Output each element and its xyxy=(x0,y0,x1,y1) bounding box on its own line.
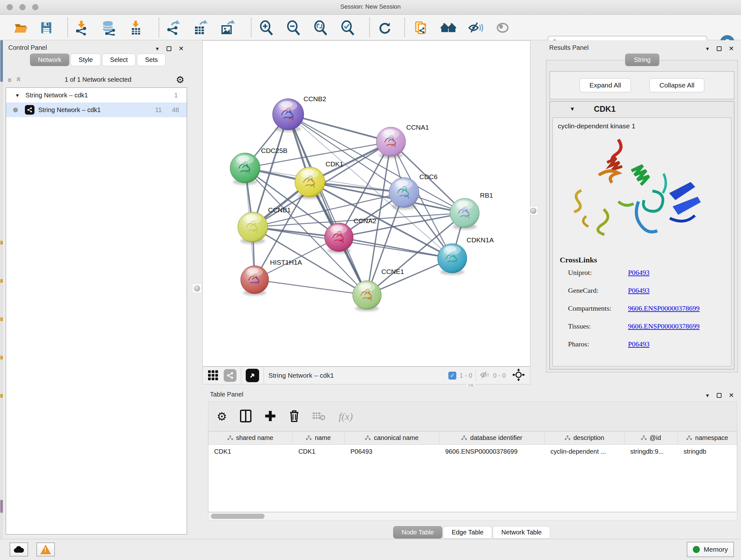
panel-float-icon[interactable]: ▼ xyxy=(155,46,159,51)
edge-CCNA2-CDKN1A[interactable] xyxy=(339,237,452,258)
export-table-icon[interactable] xyxy=(192,19,209,37)
crosslink-uniprot[interactable]: P06493 xyxy=(628,268,650,277)
collapse-all-button[interactable]: Collapse All xyxy=(650,78,704,92)
titlebar: Session: New Session xyxy=(0,0,741,15)
edge-RB1-CCNA2[interactable] xyxy=(339,213,465,237)
import-database-icon[interactable] xyxy=(100,19,117,37)
node-CCNE1[interactable] xyxy=(353,281,381,309)
expand-all-button[interactable]: Expand All xyxy=(580,78,631,92)
control-panel-title: Control Panel xyxy=(8,44,47,51)
tab-sets[interactable]: Sets xyxy=(137,54,165,66)
expand-all-icon[interactable]: » xyxy=(13,78,23,81)
column-header[interactable]: name xyxy=(293,431,345,444)
crosslink-label: Tissues: xyxy=(568,322,591,330)
node-CDC6[interactable] xyxy=(389,178,419,207)
node-CCNA1[interactable] xyxy=(376,127,406,157)
network-collection-row[interactable]: ▼ String Network – cdk1 1 xyxy=(6,88,187,103)
crosslink-pharos[interactable]: P06493 xyxy=(628,340,650,348)
section-collapse-triangle-icon[interactable]: ▼ xyxy=(569,106,575,112)
panel-float-icon[interactable]: ▼ xyxy=(705,393,710,398)
protein-description: cyclin-dependent kinase 1 xyxy=(558,122,635,130)
grid-view-icon[interactable] xyxy=(208,369,219,381)
import-table-icon[interactable] xyxy=(127,19,144,37)
tab-node-table[interactable]: Node Table xyxy=(393,526,443,539)
node-CDC25B[interactable] xyxy=(230,153,260,183)
zoom-selected-icon[interactable] xyxy=(339,19,356,37)
network-view-toolbar: String Network – cdk1 ✓ 1 - 0 0 - 0 xyxy=(202,367,530,384)
protein-name: CDK1 xyxy=(594,105,616,114)
column-header[interactable]: @id xyxy=(624,431,678,444)
crosslink-compartments[interactable]: 9606.ENSP00000378699 xyxy=(628,304,699,313)
function-builder-icon[interactable]: f(x) xyxy=(339,411,353,422)
zoom-fit-icon[interactable] xyxy=(312,19,329,37)
delete-table-icon[interactable] xyxy=(313,411,326,422)
network-options-gear-icon[interactable]: ⚙ xyxy=(176,74,185,85)
node-CCNA2[interactable] xyxy=(325,223,353,252)
memory-button[interactable]: Memory xyxy=(687,542,734,557)
open-folder-icon[interactable] xyxy=(12,19,29,37)
table-options-gear-icon[interactable]: ⚙ xyxy=(217,410,227,423)
node-CDK1[interactable] xyxy=(295,167,325,197)
tab-style[interactable]: Style xyxy=(71,54,100,66)
table-horizontal-scrollbar[interactable] xyxy=(208,512,737,520)
tab-edge-table[interactable]: Edge Table xyxy=(443,526,492,539)
network-canvas[interactable]: CCNB2CCNA1CDC25BCDK1CDC6RB1CCNB1CCNA2CDK… xyxy=(202,41,530,367)
table-header-row: shared name name canonical name database… xyxy=(208,431,737,445)
node-CCNB1[interactable] xyxy=(238,212,268,242)
network-row[interactable]: String Network – cdk1 11 48 xyxy=(6,103,187,117)
panel-maximize-icon[interactable] xyxy=(717,46,722,51)
warnings-button[interactable] xyxy=(37,543,55,557)
collapse-triangle-icon[interactable]: ▼ xyxy=(15,92,20,98)
node-HIST1H1A[interactable] xyxy=(241,266,269,294)
add-column-icon[interactable] xyxy=(265,410,276,423)
duplicate-network-icon[interactable] xyxy=(412,19,429,37)
homes-icon[interactable] xyxy=(440,19,457,37)
panel-maximize-icon[interactable] xyxy=(166,46,172,51)
left-splitter-handle[interactable] xyxy=(192,284,202,293)
zoom-in-icon[interactable] xyxy=(258,19,275,37)
fit-content-crosshair-icon[interactable] xyxy=(512,368,525,382)
show-all-eye-icon[interactable] xyxy=(494,19,511,37)
table-row[interactable]: CDK1 CDK1 P06493 9606.ENSP00000378699 cy… xyxy=(208,445,737,458)
show-columns-icon[interactable] xyxy=(240,409,252,424)
toolbar-separator xyxy=(369,18,370,37)
export-image-icon[interactable] xyxy=(219,19,236,37)
node-count: 11 xyxy=(149,106,162,114)
crosslink-tissues[interactable]: 9606.ENSP00000378699 xyxy=(628,322,699,330)
tab-network-table[interactable]: Network Table xyxy=(493,526,550,539)
panel-close-icon[interactable]: ✕ xyxy=(729,391,734,399)
crosslink-genecard[interactable]: P06493 xyxy=(628,287,650,295)
node-CCNB2[interactable] xyxy=(273,99,304,130)
panel-float-icon[interactable]: ▼ xyxy=(705,46,710,51)
hide-selected-icon[interactable] xyxy=(467,19,484,37)
node-label: CDC25B xyxy=(261,147,287,154)
panel-close-icon[interactable]: ✕ xyxy=(179,45,184,52)
share-view-icon[interactable] xyxy=(224,369,237,382)
node-CDKN1A[interactable] xyxy=(437,244,467,273)
panel-close-icon[interactable]: ✕ xyxy=(729,45,734,52)
import-network-icon[interactable] xyxy=(73,19,90,37)
refresh-icon[interactable] xyxy=(376,19,393,37)
edge-HIST1H1A-CCNE1[interactable] xyxy=(255,280,367,295)
cloud-button[interactable] xyxy=(10,543,28,557)
column-header[interactable]: database identifier xyxy=(440,431,545,444)
export-network-icon[interactable] xyxy=(164,19,182,37)
delete-column-icon[interactable] xyxy=(289,410,300,424)
node-label: CCNB1 xyxy=(268,206,291,213)
zoom-out-icon[interactable] xyxy=(285,19,302,37)
network-status-dot xyxy=(13,108,18,112)
column-header[interactable]: canonical name xyxy=(345,431,440,444)
tab-select[interactable]: Select xyxy=(102,54,136,66)
panel-maximize-icon[interactable] xyxy=(717,393,722,398)
birdseye-toggle-icon[interactable] xyxy=(246,369,259,382)
column-header[interactable]: namespace xyxy=(678,431,737,444)
tab-network[interactable]: Network xyxy=(30,54,69,66)
node-label: HIST1H1A xyxy=(270,259,302,266)
column-header[interactable]: description xyxy=(545,431,624,444)
column-header[interactable]: shared name xyxy=(208,431,293,444)
save-session-icon[interactable] xyxy=(38,19,55,37)
tab-string[interactable]: String xyxy=(625,54,659,66)
selected-checkbox-icon[interactable]: ✓ xyxy=(448,372,456,380)
hidden-eye-icon[interactable] xyxy=(480,370,490,381)
node-RB1[interactable] xyxy=(450,198,479,228)
